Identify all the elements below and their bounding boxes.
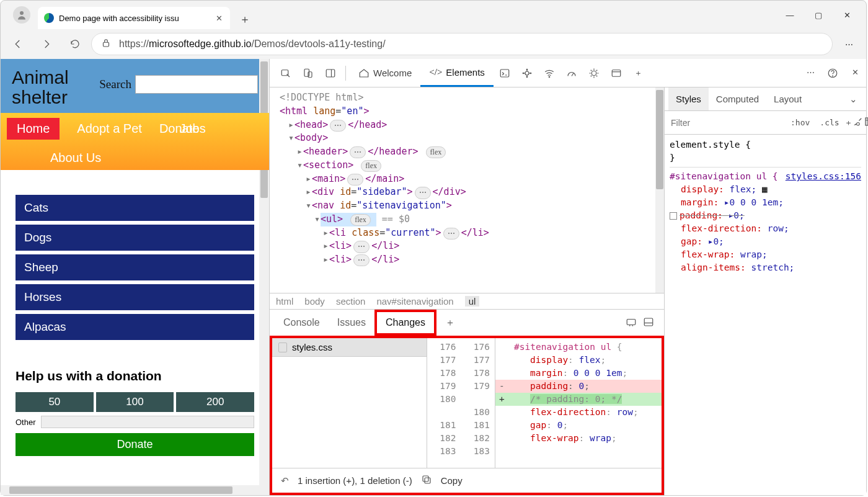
- svg-rect-1: [104, 42, 109, 47]
- back-button[interactable]: [6, 32, 30, 56]
- svg-point-11: [526, 76, 528, 78]
- svg-rect-23: [423, 476, 428, 481]
- sidebar-item-horses[interactable]: Horses: [16, 284, 254, 310]
- search-label: Search: [99, 78, 131, 91]
- search-input[interactable]: [135, 75, 258, 94]
- svg-rect-15: [612, 69, 621, 76]
- styles-tab-styles[interactable]: Styles: [668, 87, 709, 110]
- svg-point-10: [530, 73, 531, 74]
- window-minimize-button[interactable]: —: [776, 1, 804, 29]
- devtools-toolbar: Welcome </>Elements ＋ ⋯ ✕: [270, 59, 866, 87]
- donation-heading: Help us with a donation: [1, 354, 269, 392]
- donation-amount-100[interactable]: 100: [96, 392, 174, 412]
- tab-performance-icon[interactable]: [560, 59, 583, 87]
- url-host: microsoftedge.github.io: [149, 38, 251, 50]
- new-tab-button[interactable]: ＋: [235, 9, 255, 29]
- svg-point-13: [549, 76, 550, 78]
- diff-view[interactable]: #sitenavigation ul { display: flex; marg…: [495, 338, 662, 468]
- edge-icon: [44, 13, 54, 23]
- drawer-tab-issues[interactable]: Issues: [329, 310, 374, 336]
- more-tabs-button[interactable]: ＋: [627, 59, 650, 87]
- tab-console-icon[interactable]: [494, 59, 516, 87]
- changed-files-list: styles.css: [272, 338, 427, 468]
- svg-point-9: [526, 69, 528, 70]
- help-icon[interactable]: [822, 68, 844, 79]
- browser-tab[interactable]: Demo page with accessibility issu ✕: [38, 7, 230, 29]
- drawer-tab-console[interactable]: Console: [275, 310, 329, 336]
- changes-summary: 1 insertion (+), 1 deletion (-): [298, 475, 412, 486]
- sidebar-item-alpacas[interactable]: Alpacas: [16, 314, 254, 340]
- styles-tab-computed[interactable]: Computed: [709, 87, 766, 110]
- brush-icon[interactable]: [852, 116, 864, 129]
- site-brand: Animalshelter: [12, 68, 69, 107]
- drawer-tab-changes[interactable]: Changes: [374, 310, 436, 336]
- profile-avatar[interactable]: [13, 6, 30, 24]
- sidebar-item-sheep[interactable]: Sheep: [16, 254, 254, 280]
- hov-toggle[interactable]: :hov: [786, 118, 815, 127]
- inspect-element-icon[interactable]: [275, 59, 297, 87]
- device-toggle-icon[interactable]: [297, 59, 319, 87]
- computed-styles-icon[interactable]: [864, 116, 868, 129]
- tab-application-icon[interactable]: [605, 59, 627, 87]
- donate-button[interactable]: Donate: [16, 433, 254, 456]
- close-tab-icon[interactable]: ✕: [214, 14, 224, 23]
- svg-point-18: [833, 76, 833, 76]
- new-style-rule-icon[interactable]: ＋: [844, 117, 852, 128]
- settings-menu-button[interactable]: ⋯: [836, 32, 861, 56]
- reload-button[interactable]: [63, 32, 87, 56]
- donation-amount-50[interactable]: 50: [16, 392, 94, 412]
- tab-sources-icon[interactable]: [516, 59, 538, 87]
- browser-toolbar: https://microsoftedge.github.io/Demos/de…: [1, 29, 866, 59]
- tab-memory-icon[interactable]: [583, 59, 605, 87]
- tab-network-icon[interactable]: [538, 59, 560, 87]
- revert-icon[interactable]: ↶: [281, 475, 289, 486]
- devtools-panel: Welcome </>Elements ＋ ⋯ ✕: [270, 59, 866, 495]
- main-nav: Home Adopt a Pet Donate Jobs About Us: [1, 113, 269, 170]
- donation-amount-200[interactable]: 200: [176, 392, 254, 412]
- svg-point-14: [591, 71, 596, 76]
- dom-scrollbar[interactable]: [655, 87, 664, 293]
- copy-icon[interactable]: [421, 474, 432, 487]
- titlebar: Demo page with accessibility issu ✕ ＋ — …: [1, 1, 866, 29]
- close-devtools-icon[interactable]: ✕: [844, 68, 866, 77]
- svg-point-12: [523, 73, 524, 74]
- dom-tree[interactable]: <!DOCTYPE html> <html lang="en"> ▸<head>…: [270, 87, 664, 293]
- drawer-dock-icon[interactable]: [643, 316, 654, 329]
- other-label: Other: [16, 418, 36, 427]
- drawer-add-tab-button[interactable]: ＋: [436, 310, 464, 336]
- tab-elements[interactable]: </>Elements: [420, 59, 494, 87]
- window-close-button[interactable]: ✕: [833, 1, 861, 29]
- drawer-tabs: Console Issues Changes ＋: [270, 310, 664, 336]
- svg-rect-22: [425, 478, 430, 483]
- sidebar-item-dogs[interactable]: Dogs: [16, 225, 254, 251]
- more-tools-icon[interactable]: ⋯: [799, 68, 822, 77]
- tab-welcome[interactable]: Welcome: [350, 59, 420, 87]
- breadcrumb[interactable]: html body section nav#sitenavigation ul: [270, 293, 664, 309]
- drawer-expand-icon[interactable]: [626, 316, 637, 329]
- property-checkbox[interactable]: [670, 212, 677, 220]
- svg-point-8: [525, 71, 529, 75]
- other-amount-input[interactable]: [41, 416, 254, 428]
- nav-home[interactable]: Home: [7, 118, 60, 140]
- page-horizontal-scrollbar[interactable]: [1, 485, 269, 495]
- chevron-down-icon[interactable]: ⌄: [844, 94, 862, 105]
- cls-toggle[interactable]: .cls: [815, 118, 844, 127]
- window-maximize-button[interactable]: ▢: [804, 1, 833, 29]
- address-bar[interactable]: https://microsoftedge.github.io/Demos/de…: [91, 33, 833, 55]
- styles-filter-input[interactable]: [665, 118, 786, 128]
- nav-adopt[interactable]: Adopt a Pet: [77, 122, 142, 136]
- forward-button[interactable]: [34, 32, 59, 56]
- nav-jobs[interactable]: Jobs: [179, 122, 205, 136]
- styles-tab-layout[interactable]: Layout: [766, 87, 809, 110]
- dock-side-icon[interactable]: [319, 59, 342, 87]
- file-item-styles[interactable]: styles.css: [272, 338, 427, 357]
- svg-rect-5: [326, 69, 335, 77]
- sidebar-item-cats[interactable]: Cats: [16, 195, 254, 221]
- nav-about[interactable]: About Us: [50, 151, 101, 165]
- copy-button[interactable]: Copy: [441, 475, 463, 486]
- svg-rect-20: [644, 318, 653, 326]
- rule-source-link[interactable]: styles.css:156: [786, 170, 861, 183]
- svg-rect-19: [627, 319, 636, 325]
- style-rules[interactable]: element.style { } styles.css:156 #sitena…: [665, 135, 866, 278]
- url-path: /Demos/devtools-a11y-testing/: [251, 38, 385, 50]
